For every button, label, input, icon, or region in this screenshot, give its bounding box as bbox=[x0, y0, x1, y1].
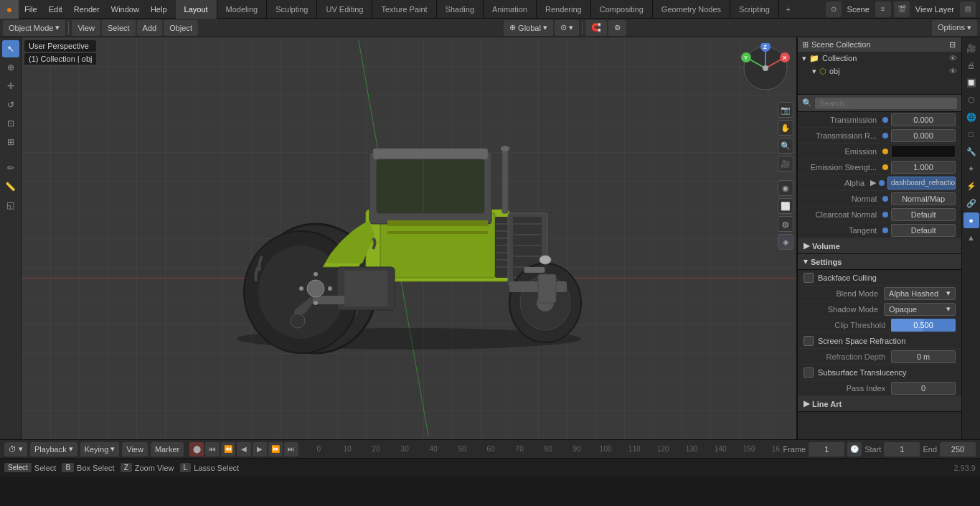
refraction-depth-value[interactable]: 0 m bbox=[891, 350, 956, 363]
view-btn[interactable]: View bbox=[122, 442, 148, 456]
props-icon-modifier[interactable]: 🔧 bbox=[963, 144, 979, 159]
filter-icon[interactable]: ⊟ bbox=[960, 1, 976, 17]
clip-threshold-slider[interactable]: 0.500 bbox=[891, 319, 956, 332]
menu-edit[interactable]: Edit bbox=[43, 0, 68, 19]
cursor-tool[interactable]: ⊕ bbox=[2, 59, 19, 76]
jump-next-btn[interactable]: ⏩ bbox=[268, 442, 283, 456]
pivot-point[interactable]: ⊙ ▾ bbox=[555, 20, 579, 36]
blend-mode-select[interactable]: Alpha Hashed ▾ bbox=[884, 287, 956, 300]
move-tool[interactable]: ✛ bbox=[2, 78, 19, 95]
record-btn[interactable]: ⬤ bbox=[189, 442, 204, 456]
volume-section-header[interactable]: ▶ Volume bbox=[798, 238, 961, 254]
navigation-gizmo[interactable]: X Y Z bbox=[740, 43, 791, 93]
subsurface-translucency-checkbox[interactable] bbox=[804, 367, 814, 378]
scale-tool[interactable]: ⊡ bbox=[2, 115, 19, 132]
rotate-tool[interactable]: ↺ bbox=[2, 96, 19, 113]
emission-color[interactable] bbox=[891, 145, 956, 158]
tab-shading[interactable]: Shading bbox=[437, 0, 484, 19]
marker-btn[interactable]: Marker bbox=[151, 442, 184, 456]
props-icon-view-layer[interactable]: 🔲 bbox=[963, 75, 979, 90]
viewport-shading-material[interactable]: ◍ bbox=[778, 216, 793, 232]
tab-animation[interactable]: Animation bbox=[484, 0, 537, 19]
view-menu[interactable]: View bbox=[72, 20, 100, 36]
object-mode-dropdown[interactable]: Object Mode ▾ bbox=[3, 20, 65, 36]
viewport-shading-rendered[interactable]: ◈ bbox=[778, 234, 793, 250]
select-tool[interactable]: ↖ bbox=[2, 40, 19, 57]
camera-icon[interactable]: 🎥 bbox=[778, 156, 793, 172]
hand-icon[interactable]: ✋ bbox=[778, 120, 793, 136]
play-btn[interactable]: ▶ bbox=[253, 442, 267, 456]
measure-tool[interactable]: 📏 bbox=[2, 178, 19, 195]
settings-section-header[interactable]: ▾ Settings bbox=[798, 254, 961, 270]
tangent-value[interactable]: Default bbox=[891, 224, 956, 237]
props-icon-output[interactable]: 🖨 bbox=[963, 57, 979, 73]
pass-index-value[interactable]: 0 bbox=[891, 382, 956, 395]
props-icon-physics[interactable]: ⚡ bbox=[963, 178, 979, 194]
add-menu[interactable]: Add bbox=[137, 20, 163, 36]
transform-tool[interactable]: ⊞ bbox=[2, 133, 19, 151]
scene-icon[interactable]: ⊙ bbox=[826, 1, 842, 17]
jump-prev-btn[interactable]: ⏪ bbox=[221, 442, 235, 456]
screen-space-refraction-checkbox[interactable] bbox=[804, 336, 814, 346]
scene-settings-icon[interactable]: ≡ bbox=[875, 1, 891, 17]
keying-btn[interactable]: Keying ▾ bbox=[80, 442, 120, 456]
properties-search-input[interactable] bbox=[815, 98, 957, 109]
options-btn[interactable]: Options ▾ bbox=[932, 20, 977, 36]
tab-layout[interactable]: Layout bbox=[176, 0, 217, 19]
render-layer-icon[interactable]: 🎬 bbox=[894, 1, 910, 17]
snap-btn[interactable]: 🧲 bbox=[585, 20, 607, 36]
playback-btn[interactable]: Playback ▾ bbox=[30, 442, 77, 456]
props-icon-scene[interactable]: ⬡ bbox=[963, 92, 979, 108]
proportional-btn[interactable]: ⊚ bbox=[608, 20, 626, 36]
camera-view-icon[interactable]: 📷 bbox=[778, 102, 793, 118]
annotate-tool[interactable]: ✏ bbox=[2, 159, 19, 177]
shadow-mode-select[interactable]: Opaque ▾ bbox=[884, 303, 956, 316]
obj-visibility-icon[interactable]: 👁 bbox=[949, 67, 957, 75]
menu-file[interactable]: File bbox=[19, 0, 43, 19]
start-frame-value[interactable]: 1 bbox=[884, 442, 920, 456]
emission-strength-value[interactable]: 1.000 bbox=[891, 161, 956, 174]
select-menu[interactable]: Select bbox=[102, 20, 136, 36]
backface-culling-checkbox[interactable] bbox=[804, 273, 814, 283]
end-frame-value[interactable]: 250 bbox=[940, 442, 976, 456]
tab-sculpting[interactable]: Sculpting bbox=[267, 0, 317, 19]
play-reverse-btn[interactable]: ◀ bbox=[237, 442, 251, 456]
menu-render[interactable]: Render bbox=[68, 0, 105, 19]
menu-window[interactable]: Window bbox=[105, 0, 145, 19]
props-icon-constraints[interactable]: 🔗 bbox=[963, 195, 979, 211]
transmission-value[interactable]: 0.000 bbox=[891, 113, 956, 126]
add-tool[interactable]: ◱ bbox=[2, 197, 19, 214]
collection-visibility-icon[interactable]: 👁 bbox=[949, 54, 957, 62]
tab-compositing[interactable]: Compositing bbox=[591, 0, 653, 19]
object-menu[interactable]: Object bbox=[164, 20, 198, 36]
clearcoat-normal-value[interactable]: Default bbox=[891, 208, 956, 221]
tab-rendering[interactable]: Rendering bbox=[537, 0, 591, 19]
alpha-link[interactable]: dashboard_refractio... bbox=[887, 177, 956, 189]
jump-start-btn[interactable]: ⏮ bbox=[205, 442, 220, 456]
tab-texture-paint[interactable]: Texture Paint bbox=[372, 0, 436, 19]
outliner-row-obj[interactable]: ▾ ⬡ obj 👁 bbox=[798, 65, 961, 78]
clock-icon[interactable]: 🕐 bbox=[847, 442, 862, 456]
viewport-shading-solid[interactable]: ◉ bbox=[778, 180, 793, 196]
current-frame-value[interactable]: 1 bbox=[809, 442, 844, 456]
viewport-3d[interactable]: User Perspective (1) Collection | obj X bbox=[22, 37, 796, 439]
normal-value[interactable]: Normal/Map bbox=[891, 192, 956, 205]
tab-uv-editing[interactable]: UV Editing bbox=[317, 0, 372, 19]
props-icon-render[interactable]: 🎥 bbox=[963, 40, 979, 56]
props-icon-data[interactable]: ▲ bbox=[963, 230, 979, 245]
tab-scripting[interactable]: Scripting bbox=[730, 0, 779, 19]
transform-orientation[interactable]: ⊕ Global ▾ bbox=[504, 20, 553, 36]
jump-end-btn[interactable]: ⏭ bbox=[284, 442, 298, 456]
props-icon-particles[interactable]: ✦ bbox=[963, 161, 979, 177]
tab-modeling[interactable]: Modeling bbox=[217, 0, 268, 19]
outliner-row-scene[interactable]: ▾ 📁 Collection 👁 bbox=[798, 52, 961, 65]
add-tab-button[interactable]: + bbox=[779, 0, 798, 19]
filter-icon[interactable]: ⊟ bbox=[949, 40, 956, 49]
line-art-section-header[interactable]: ▶ Line Art bbox=[798, 396, 961, 412]
tab-geometry-nodes[interactable]: Geometry Nodes bbox=[653, 0, 730, 19]
transmission-r-value[interactable]: 0.000 bbox=[891, 129, 956, 142]
viewport-shading-wireframe[interactable]: ⬜ bbox=[778, 198, 793, 214]
menu-help[interactable]: Help bbox=[145, 0, 173, 19]
props-icon-object[interactable]: □ bbox=[963, 126, 979, 142]
zoom-icon[interactable]: 🔍 bbox=[778, 138, 793, 154]
